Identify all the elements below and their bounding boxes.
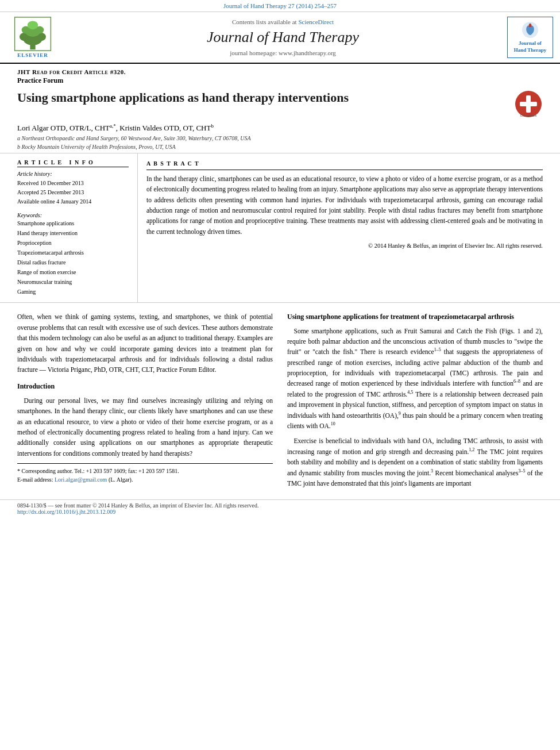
article-info-column: A R T I C L E I N F O Article history: R… (11, 153, 138, 302)
email-link[interactable]: Lori.algar@gmail.com (55, 476, 107, 483)
article-info-abstract: A R T I C L E I N F O Article history: R… (0, 153, 560, 303)
journal-logo-box: Journal of Hand Therapy (507, 17, 553, 58)
keyword-8: Gaming (17, 287, 129, 297)
affiliation1: a Northeast Orthopaedic and Hand Surgery… (17, 135, 543, 141)
doi-link[interactable]: http://dx.doi.org/10.1016/j.jht.2013.12.… (17, 509, 115, 515)
author1-sup: a,* (110, 123, 116, 129)
article-info-heading: A R T I C L E I N F O (17, 159, 129, 167)
journal-logo-text: Journal of Hand Therapy (514, 40, 547, 53)
journal-title: Journal of Hand Therapy (207, 29, 359, 46)
available-date: Available online 4 January 2014 (17, 197, 129, 206)
history-label: Article history: (17, 171, 129, 177)
footnote-area: * Corresponding author. Tel.: +1 203 597… (17, 463, 273, 484)
crossmark-icon: CrossMark (514, 90, 543, 118)
page-footer: 0894-1130/$ — see front matter © 2014 Ha… (0, 499, 560, 517)
main-content: Often, when we think of gaming systems, … (0, 303, 560, 499)
abstract-text: In the hand therapy clinic, smartphones … (146, 174, 543, 237)
svg-text:CrossMark: CrossMark (520, 114, 537, 117)
tmc-section-title: Using smartphone applications for treatm… (287, 311, 543, 322)
credit-label: JHT Read for Credit Article #320. (17, 68, 543, 75)
keywords-label: Keywords: (17, 212, 129, 218)
footer-doi: http://dx.doi.org/10.1016/j.jht.2013.12.… (17, 509, 543, 515)
journal-homepage: journal homepage: www.jhandtherapy.org (230, 49, 336, 56)
author2-name: , Kristin Valdes OTD, OT, CHT (116, 124, 211, 132)
authors: Lori Algar OTD, OTR/L, CHTa,*, Kristin V… (17, 123, 543, 133)
keyword-2: Hand therapy intervention (17, 228, 129, 238)
elsevier-brand: ELSEVIER (17, 52, 48, 58)
tmc-para1: Some smartphone applications, such as Fr… (287, 326, 543, 432)
author1-name: Lori Algar OTD, OTR/L, CHT (17, 124, 110, 132)
footnote-email: E-mail address: Lori.algar@gmail.com (L.… (17, 475, 273, 484)
footnote-corresponding: * Corresponding author. Tel.: +1 203 597… (17, 467, 273, 475)
article-dates: Received 10 December 2013 Accepted 25 De… (17, 179, 129, 206)
keywords-list: Smartphone applications Hand therapy int… (17, 218, 129, 297)
tmc-para2: Exercise is beneficial to individuals wi… (287, 436, 543, 489)
copyright: © 2014 Hanley & Belfus, an imprint of El… (146, 241, 543, 251)
svg-point-7 (28, 21, 38, 29)
elsevier-tree-icon (13, 17, 53, 51)
article-title-row: Using smartphone applications as hand th… (17, 90, 543, 118)
affiliation2: b Rocky Mountain University of Health Pr… (17, 144, 543, 150)
editorial-paragraph: Often, when we think of gaming systems, … (17, 311, 273, 375)
footer-issn: 0894-1130/$ — see front matter © 2014 Ha… (17, 502, 543, 509)
science-direct-notice: Contents lists available at ScienceDirec… (232, 18, 334, 25)
journal-center-info: Contents lists available at ScienceDirec… (64, 17, 501, 58)
journal-header: ELSEVIER Contents lists available at Sci… (0, 12, 560, 64)
hand-therapy-logo-icon (519, 21, 542, 39)
svg-rect-12 (520, 102, 537, 106)
article-title: Using smartphone applications as hand th… (17, 90, 508, 106)
journal-citation: Journal of Hand Therapy 27 (2014) 254–25… (0, 0, 560, 12)
keyword-3: Proprioception (17, 238, 129, 248)
keyword-1: Smartphone applications (17, 218, 129, 228)
keyword-5: Distal radius fracture (17, 257, 129, 267)
intro-para1: During our personal lives, we may find o… (17, 395, 273, 459)
abstract-heading: A B S T R A C T (146, 159, 543, 170)
keyword-7: Neuromuscular training (17, 277, 129, 287)
keyword-6: Range of motion exercise (17, 267, 129, 277)
abstract-column: A B S T R A C T In the hand therapy clin… (138, 153, 549, 302)
practice-forum-label: Practice Forum (17, 76, 543, 85)
keyword-4: Trapeziometacarpal arthrosis (17, 248, 129, 257)
science-direct-link[interactable]: ScienceDirect (298, 18, 334, 25)
article-header: JHT Read for Credit Article #320. Practi… (0, 64, 560, 153)
author2-sup: b (211, 123, 214, 129)
received-date: Received 10 December 2013 (17, 179, 129, 188)
accepted-date: Accepted 25 December 2013 (17, 188, 129, 197)
elsevier-logo: ELSEVIER (7, 17, 59, 58)
intro-title: Introduction (17, 381, 273, 392)
citation-text: Journal of Hand Therapy 27 (2014) 254–25… (223, 2, 337, 9)
